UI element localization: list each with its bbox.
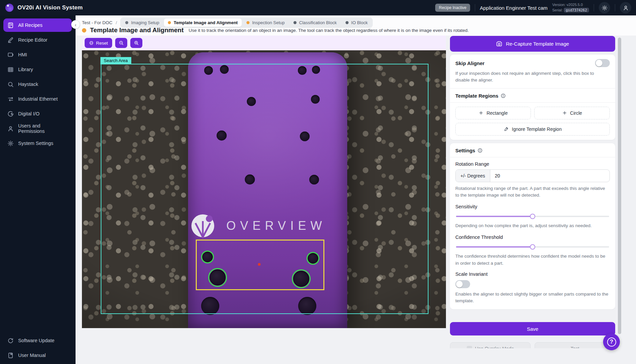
manual-icon (7, 352, 14, 359)
toggle-knob (596, 60, 602, 66)
step-status-dot (293, 21, 297, 24)
ignore-template-region-button[interactable]: Ignore Template Region (455, 123, 610, 136)
marker-pen-icon (503, 126, 509, 132)
brand: OV20i AI Vision System (5, 3, 83, 12)
recipe-status-badge: Recipe Inactive (435, 4, 470, 12)
settings-card: Settings Rotation Range +/- Degrees Rota… (450, 143, 615, 310)
sidebar-item-digital-io[interactable]: Digital I/O (3, 107, 72, 120)
aligner-card: Skip Aligner If your inspection does not… (450, 55, 615, 140)
top-bar: OV20i AI Vision System Recipe Inactive A… (0, 0, 636, 15)
step-status-dot (168, 21, 171, 24)
toggle-knob (456, 281, 463, 288)
sidebar-collapse-button[interactable]: ‹ (71, 20, 80, 29)
theme-toggle-button[interactable] (599, 2, 610, 13)
confidence-threshold-label: Confidence Threshold (455, 235, 610, 240)
monitor-icon (7, 52, 14, 58)
rotation-range-input[interactable] (490, 170, 609, 182)
step-status-dot (346, 21, 349, 24)
tab-template-image-alignment[interactable]: Template Image and Alignment (164, 18, 242, 27)
sidebar-item-users-permissions[interactable]: Users and Permissions (3, 122, 72, 135)
skip-aligner-toggle[interactable] (595, 59, 610, 67)
settings-title: Settings (455, 148, 610, 153)
tab-io-block[interactable]: IO Block (342, 18, 372, 27)
match-circle (208, 268, 227, 287)
sun-icon (602, 5, 607, 11)
alignment-settings-panel: Re-Capture Template Image Skip Aligner I… (450, 36, 615, 348)
tab-classification-block[interactable]: Classification Block (289, 18, 341, 27)
slider-fill (456, 246, 533, 248)
panel-scrollbar-thumb[interactable] (618, 38, 621, 334)
serial-badge: gsd7374262 (564, 8, 589, 12)
pencil-icon (7, 37, 14, 43)
tab-imaging-setup[interactable]: Imaging Setup (121, 18, 163, 27)
add-rectangle-region-button[interactable]: Rectangle (455, 107, 531, 119)
template-center-dot (258, 263, 261, 266)
confidence-threshold-slider[interactable] (455, 244, 610, 250)
zoom-in-icon (134, 40, 139, 46)
sidebar-item-system-settings[interactable]: System Settings (3, 137, 72, 150)
scale-invariant-description: Enables the aligner to detect slightly b… (455, 291, 610, 305)
degrees-prefix: +/- Degrees (456, 170, 490, 182)
match-circle (201, 251, 214, 263)
app-logo-icon (5, 3, 14, 12)
ethernet-icon (7, 96, 14, 102)
scale-invariant-label: Scale Invariant (455, 271, 610, 277)
sensitivity-slider[interactable] (455, 213, 610, 219)
sensitivity-description: Depending on how complex the part is, ad… (455, 222, 610, 229)
zoom-out-icon (119, 40, 124, 46)
slider-handle[interactable] (530, 214, 535, 219)
sidebar-item-software-update[interactable]: Software Update (3, 334, 72, 347)
panel-bottom-actions: Use Overlay Mode Test (450, 342, 615, 348)
sidebar: All Recipes Recipe Editor HMI Library (0, 15, 76, 364)
sidebar-item-hmi[interactable]: HMI (3, 48, 72, 61)
scale-invariant-toggle[interactable] (455, 280, 470, 288)
use-overlay-mode-button[interactable]: Use Overlay Mode (450, 342, 531, 348)
page-title: Template Image and Alignment (90, 27, 184, 34)
reset-view-button[interactable]: Reset (85, 38, 112, 48)
sidebar-item-all-recipes[interactable]: All Recipes (3, 18, 72, 32)
sidebar-item-recipe-editor[interactable]: Recipe Editor (3, 33, 72, 47)
sidebar-item-library[interactable]: Library (3, 63, 72, 76)
account-button[interactable] (620, 2, 631, 13)
page-description: Use it to track the orientation of an ob… (189, 28, 469, 33)
match-circle (307, 252, 319, 265)
user-avatar-icon (623, 5, 629, 11)
add-circle-region-button[interactable]: Circle (534, 107, 610, 119)
app-root: OV20i AI Vision System Recipe Inactive A… (0, 0, 636, 364)
digital-io-icon (7, 111, 14, 117)
search-icon (7, 81, 14, 88)
zoom-out-button[interactable] (115, 38, 127, 48)
serial-text: Serial: gsd7374262 (552, 8, 589, 13)
sidebar-item-haystack[interactable]: Haystack (3, 77, 72, 91)
plus-icon (479, 110, 484, 115)
slider-handle[interactable] (530, 244, 535, 250)
rotation-range-input-group: +/- Degrees (455, 169, 610, 182)
info-icon[interactable] (501, 93, 506, 98)
zoom-in-button[interactable] (130, 38, 142, 48)
version-text: Version: v2025.5.0 (552, 2, 589, 8)
save-button[interactable]: Save (450, 322, 615, 335)
version-block: Version: v2025.5.0 Serial: gsd7374262 (552, 2, 589, 13)
recipes-icon (7, 22, 14, 29)
camera-image-canvas[interactable]: OVERVIEW Search Area (82, 50, 446, 328)
step-status-dot (246, 21, 249, 24)
tab-inspection-setup[interactable]: Inspection Setup (242, 18, 289, 27)
sidebar-item-user-manual[interactable]: User Manual (3, 349, 72, 362)
divider (475, 4, 475, 11)
content-header: Test - For DOC / Imaging Setup Template … (76, 15, 636, 36)
page-title-row: Template Image and Alignment Use it to t… (82, 27, 469, 34)
match-circle (292, 269, 311, 288)
sidebar-footer: Software Update User Manual (0, 332, 75, 363)
breadcrumb-recipe-name[interactable]: Test - For DOC (82, 20, 112, 25)
camera-name: Application Enginner Test cam (480, 5, 548, 11)
breadcrumb-separator: / (116, 20, 117, 25)
reset-icon (89, 41, 94, 45)
divider (615, 4, 615, 11)
sidebar-item-industrial-ethernet[interactable]: Industrial Ethernet (3, 92, 72, 106)
info-icon[interactable] (478, 148, 483, 153)
help-button[interactable]: ? (603, 333, 620, 350)
step-status-dot (125, 21, 128, 24)
user-icon (7, 125, 14, 132)
recapture-template-button[interactable]: Re-Capture Template Image (450, 36, 615, 52)
divider (594, 4, 594, 11)
